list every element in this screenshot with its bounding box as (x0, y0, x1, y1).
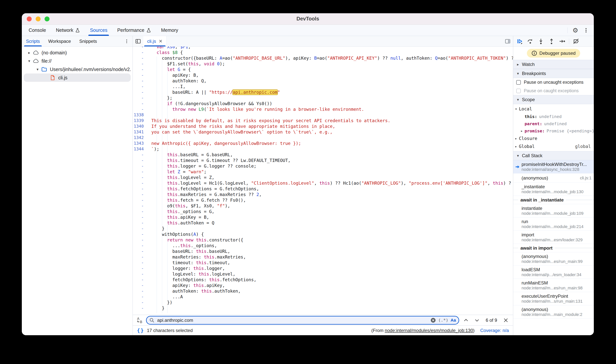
call-stack-frame[interactable]: runnode:internal/m...module_job:214 (513, 217, 594, 231)
next-match-button[interactable] (473, 316, 481, 325)
tab-performance[interactable]: Performance (112, 25, 156, 36)
navigator-more-icon[interactable] (121, 36, 133, 46)
line-number-gutter[interactable]: - (133, 50, 148, 55)
navigator-tab-workspace[interactable]: Workspace (44, 36, 75, 46)
toggle-debugger-sidebar-icon[interactable] (502, 36, 513, 46)
line-number-gutter[interactable]: - (133, 169, 148, 175)
call-stack-frame[interactable]: (anonymous)cli.js:1 (513, 173, 594, 182)
line-number-gutter[interactable]: - (133, 72, 148, 78)
line-number-gutter[interactable]: - (133, 197, 148, 203)
line-number-gutter[interactable]: - (133, 226, 148, 232)
call-stack-frame[interactable]: executeUserEntryPointnode:internal/m...s… (513, 292, 594, 305)
line-number-gutter[interactable]: - (133, 260, 148, 266)
tab-console[interactable]: Console (24, 25, 51, 36)
line-number-gutter[interactable]: - (133, 232, 148, 237)
call-stack-frame[interactable]: importnode:internal/m...esm/loader:329 (513, 231, 594, 244)
tab-sources[interactable]: Sources (85, 25, 112, 36)
settings-gear-icon[interactable]: ⚙ (573, 27, 578, 34)
call-stack-frame[interactable]: _instantiatenode:internal/m...module_job… (513, 182, 594, 196)
tree-item-file-[interactable]: ▾file:// (24, 57, 131, 65)
line-number-gutter[interactable]: - (133, 299, 148, 305)
chevron-right-icon[interactable]: ▸ (26, 50, 32, 55)
chevron-down-icon[interactable]: ▾ (35, 67, 40, 72)
search-field[interactable]: (.*) Aa (146, 316, 459, 325)
pretty-print-icon[interactable]: {} (137, 327, 144, 333)
call-stack-frame[interactable]: (anonymous)node:internal/m...es/run_main… (513, 252, 594, 266)
scope-section-local[interactable]: ▾Local (513, 105, 594, 113)
line-number-gutter[interactable]: 1338 (133, 112, 148, 118)
line-number-gutter[interactable]: 1344 (133, 146, 148, 152)
regex-toggle[interactable]: (.*) (438, 318, 448, 323)
step-button[interactable] (557, 37, 567, 46)
line-number-gutter[interactable]: - (133, 47, 148, 50)
line-number-gutter[interactable]: - (133, 152, 148, 157)
line-number-gutter[interactable]: - (133, 220, 148, 226)
line-number-gutter[interactable]: - (133, 55, 148, 61)
call-stack-frame[interactable]: instantiatenode:internal/m...module_job:… (513, 204, 594, 217)
line-number-gutter[interactable]: - (133, 203, 148, 209)
resume-script-button[interactable] (515, 37, 525, 46)
line-number-gutter[interactable]: - (133, 277, 148, 283)
line-number-gutter[interactable]: 1342 (133, 135, 148, 141)
line-number-gutter[interactable]: 1343 (133, 141, 148, 146)
close-tab-icon[interactable]: ✕ (159, 39, 163, 44)
call-stack-section-header[interactable]: ▾ Call Stack (513, 151, 594, 160)
tree-item-cli-js[interactable]: cli.js (24, 74, 131, 82)
search-input[interactable] (157, 317, 428, 323)
line-number-gutter[interactable]: - (133, 67, 148, 72)
tab-network[interactable]: Network (51, 25, 85, 36)
chevron-right-icon[interactable]: ▸ (519, 129, 525, 133)
coverage-link[interactable]: Coverage: n/a (480, 328, 509, 333)
match-case-toggle[interactable]: Aa (451, 318, 456, 323)
line-number-gutter[interactable]: - (133, 180, 148, 186)
checkbox-unchecked[interactable] (516, 80, 521, 85)
line-number-gutter[interactable]: - (133, 237, 148, 243)
scope-section-header[interactable]: ▾ Scope (513, 95, 594, 104)
line-number-gutter[interactable]: - (133, 192, 148, 197)
chevron-down-icon[interactable]: ▾ (26, 59, 32, 63)
line-number-gutter[interactable]: - (133, 163, 148, 169)
line-number-gutter[interactable]: - (133, 78, 148, 84)
previous-match-button[interactable] (462, 316, 470, 325)
more-options-icon[interactable] (583, 27, 589, 33)
line-number-gutter[interactable]: - (133, 61, 148, 67)
from-source-link[interactable]: node:internal/modules/esm/module_job:130 (385, 328, 473, 333)
call-stack-frame[interactable]: runMainESMnode:internal/m...es/run_main:… (513, 279, 594, 292)
scope-variable-this[interactable]: this:undefined (513, 113, 594, 120)
line-number-gutter[interactable]: - (133, 214, 148, 220)
tab-cli-js[interactable]: cli.js ✕ (143, 36, 167, 46)
line-number-gutter[interactable]: - (133, 294, 148, 299)
line-number-gutter[interactable]: - (133, 271, 148, 277)
line-number-gutter[interactable]: 1340 (133, 123, 148, 129)
line-number-gutter[interactable]: 1341 (133, 129, 148, 135)
tab-memory[interactable]: Memory (156, 25, 183, 36)
line-number-gutter[interactable]: - (133, 157, 148, 163)
line-number-gutter[interactable]: - (133, 305, 148, 311)
scope-variable-parent[interactable]: parent:undefined (513, 120, 594, 127)
code-editor[interactable]: - var Xs0, $F1;- class $8 {- constructor… (133, 47, 513, 315)
step-into-button[interactable] (536, 37, 546, 46)
call-stack-frame[interactable]: (anonymous)node:internal/m...main_module… (513, 305, 594, 319)
tree-item-users-jinhuilee-nvm-versions-node-v2-[interactable]: ▾Users/jinhuilee/.nvm/versions/node/v2..… (24, 65, 131, 74)
step-over-button[interactable] (525, 37, 535, 46)
line-number-gutter[interactable]: - (133, 175, 148, 180)
line-number-gutter[interactable]: - (133, 95, 148, 101)
line-number-gutter[interactable]: - (133, 186, 148, 192)
watch-section-header[interactable]: ▸ Watch (513, 60, 594, 69)
scope-variable-promise[interactable]: ▸promise:Promise {<pending>} (513, 127, 594, 134)
line-number-gutter[interactable]: - (133, 209, 148, 214)
line-number-gutter[interactable]: - (133, 84, 148, 89)
collapse-navigator-icon[interactable] (133, 36, 143, 46)
line-number-gutter[interactable]: - (133, 266, 148, 271)
call-stack-frame[interactable]: loadESMnode:internal/p.../esm_loader:34 (513, 266, 594, 279)
line-number-gutter[interactable]: - (133, 101, 148, 106)
scope-section-closure[interactable]: ▸Closure (513, 134, 594, 143)
call-stack-frame[interactable]: promiseInitHookWithDestroyTr...node:inte… (513, 160, 594, 173)
navigator-tab-snippets[interactable]: Snippets (75, 36, 101, 46)
line-number-gutter[interactable]: - (133, 288, 148, 294)
line-number-gutter[interactable]: 1339 (133, 118, 148, 123)
line-number-gutter[interactable]: - (133, 283, 148, 288)
line-number-gutter[interactable]: - (133, 248, 148, 254)
scope-section-global[interactable]: ▸Globalglobal (513, 143, 594, 150)
breakpoints-section-header[interactable]: ▾ Breakpoints (513, 69, 594, 78)
